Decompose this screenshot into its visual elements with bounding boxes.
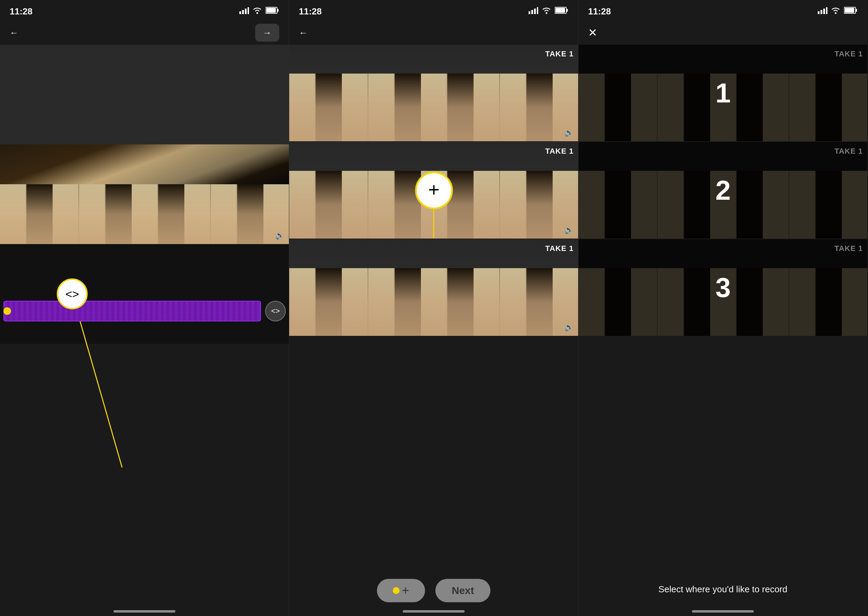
p2-piano-bg-1 [289,45,579,141]
p3-videos: TAKE 1 1 [579,45,867,336]
status-bar-3: 11:28 [579,0,867,20]
p2-video-1[interactable]: TAKE 1 🔈 [289,45,579,142]
status-bar-2: 11:28 [289,0,578,20]
svg-rect-19 [821,10,822,14]
status-icons-1 [239,6,279,16]
signal-icon-3 [818,6,827,16]
p3-number-2: 2 [715,174,731,206]
svg-rect-0 [239,11,241,14]
svg-rect-1 [242,10,244,14]
timeline-code-icon: <> [271,306,280,316]
p3-instruction-text: Select where you'd like to record [579,583,867,596]
nav-bar-2: ← [289,20,578,45]
back-arrow-icon-1: ← [9,27,19,38]
sound-icon-p2-1: 🔈 [565,128,574,137]
code-icon: <> [65,288,79,301]
next-label: Next [451,585,474,596]
p3-number-1: 1 [715,77,731,109]
p1-content: 🔈 <> <> [0,45,289,344]
forward-arrow-icon-1: → [263,27,272,38]
panel-1: 11:28 ← → [0,0,289,616]
piano-keys-overlay-1 [0,145,289,244]
p2-piano-bg-3 [289,239,579,336]
signal-icon-1 [239,7,249,16]
time-3: 11:28 [588,6,611,17]
svg-rect-20 [823,9,825,14]
timeline-area: <> [0,299,289,323]
svg-rect-2 [245,9,247,14]
take-badge-2: TAKE 1 [545,147,574,156]
p3-video-2[interactable]: TAKE 1 2 [579,142,868,239]
panel-3: 11:28 ✕ [579,0,868,616]
home-indicator-3 [692,610,754,613]
p3-overlay-1: 1 [579,45,868,141]
p2-toolbar: + Next [289,579,578,602]
add-button[interactable]: + [377,579,425,602]
p3-number-3: 3 [715,272,731,303]
p2-videos: TAKE 1 🔈 [289,45,578,336]
take-badge-3: TAKE 1 [545,244,574,253]
p3-video-1[interactable]: TAKE 1 1 [579,45,868,142]
battery-icon-2 [555,6,568,16]
back-arrow-icon-2: ← [299,27,308,38]
svg-rect-6 [277,9,278,12]
sound-icon-1: 🔈 [275,231,285,240]
p2-video-3[interactable]: TAKE 1 🔈 [289,239,579,336]
svg-rect-24 [855,9,857,12]
wifi-icon-3 [831,6,840,16]
plus-circle-large[interactable]: + [415,171,453,209]
signal-icon-2 [528,6,538,16]
p1-slot-video[interactable]: 🔈 [0,145,289,244]
timeline-strip[interactable] [3,301,261,321]
timeline-dot [3,307,11,315]
home-indicator-2 [403,610,465,613]
status-icons-2 [528,6,568,16]
svg-rect-21 [826,7,827,14]
status-icons-3 [818,6,858,16]
svg-point-22 [835,13,837,14]
p2-video-2[interactable]: + TAKE 1 🔈 [289,142,579,239]
svg-rect-25 [844,8,854,13]
svg-rect-12 [537,7,538,14]
nav-bar-3: ✕ [579,20,867,45]
svg-rect-11 [534,9,536,14]
svg-rect-3 [248,7,249,14]
svg-point-13 [546,13,547,14]
p3-video-3[interactable]: TAKE 1 3 [579,239,868,336]
sound-icon-p2-3: 🔈 [565,323,574,332]
nav-bar-1: ← → [0,20,289,45]
take-badge-1: TAKE 1 [545,49,574,58]
home-indicator-1 [113,610,175,613]
svg-point-4 [256,13,258,14]
p3-overlay-3: 3 [579,239,868,336]
status-bar-1: 11:28 [0,0,289,20]
back-button-2[interactable]: ← [299,27,308,38]
close-button-3[interactable]: ✕ [588,26,598,39]
plus-icon-large: + [428,180,440,200]
svg-rect-16 [555,8,565,13]
svg-rect-18 [818,11,819,14]
p1-slot-empty [0,45,289,145]
code-circle[interactable]: <> [57,278,88,310]
battery-icon-1 [266,6,279,16]
svg-rect-9 [528,11,530,14]
next-button[interactable]: Next [436,579,491,602]
svg-rect-7 [266,8,276,13]
connector-svg [0,244,289,344]
sound-icon-p2-2: 🔈 [565,225,574,234]
timeline-code-btn[interactable]: <> [265,301,286,321]
hand-overlay-1 [0,145,289,244]
back-button-1[interactable]: ← [9,27,19,38]
time-2: 11:28 [299,6,322,17]
timeline-strip-inner [4,302,260,321]
forward-button-1[interactable]: → [255,24,279,42]
add-plus-icon: + [402,585,409,597]
wifi-icon-2 [542,6,551,16]
p3-overlay-2: 2 [579,142,868,239]
yellow-dot-add [393,587,399,594]
svg-rect-10 [531,10,533,14]
battery-icon-3 [844,6,858,16]
close-icon-3: ✕ [588,26,598,39]
panel-2: 11:28 ← [289,0,579,616]
p1-slot-code: <> <> [0,244,289,344]
